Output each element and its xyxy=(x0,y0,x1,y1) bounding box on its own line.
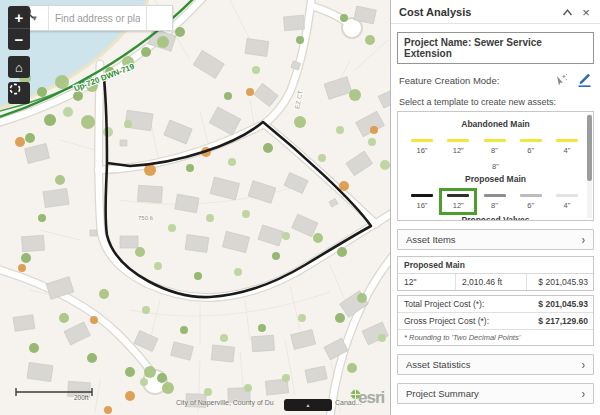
total-cost-row: Total Project Cost (*): $ 201,045.93 xyxy=(398,296,593,313)
zoom-out-button[interactable]: − xyxy=(8,28,30,50)
group-heading-abandoned: Abandoned Main xyxy=(398,119,593,129)
asset-table-row: 12" 2,010.46 ft $ 201,045.93 xyxy=(398,274,593,290)
rounding-footnote: * Rounding to 'Two Decimal Points' xyxy=(398,330,593,345)
chevron-right-icon: › xyxy=(582,358,585,370)
template-item[interactable]: 6" xyxy=(515,136,547,157)
group-heading-proposed: Proposed Main xyxy=(398,174,593,184)
template-item[interactable]: 8" xyxy=(479,136,511,157)
edit-pencil-icon[interactable] xyxy=(576,72,592,88)
template-item[interactable]: 4" xyxy=(551,191,583,212)
attribution-text: City of Naperville, County of Du xyxy=(176,399,274,406)
home-button[interactable]: ⌂ xyxy=(8,56,30,78)
group-heading-valves: Proposed Valves xyxy=(398,215,593,221)
dock-icon[interactable] xyxy=(560,5,574,19)
app-window: Up-720 DWN-719 EZ CT 750 ft 200ft ▾ + − … xyxy=(0,0,600,415)
close-icon[interactable]: × xyxy=(579,5,593,19)
section-asset-items[interactable]: Asset Items › xyxy=(397,229,594,250)
panel-header: Cost Analysis × xyxy=(391,0,600,24)
cost-analysis-panel: Cost Analysis × Project Name: Sewer Serv… xyxy=(390,0,600,415)
feature-creation-mode-label: Feature Creation Mode: xyxy=(399,75,499,86)
totals-table: Total Project Cost (*): $ 201,045.93 Gro… xyxy=(397,295,594,346)
asset-table-group: Proposed Main xyxy=(398,257,593,274)
magic-wand-icon[interactable] xyxy=(552,72,568,88)
template-item[interactable]: 12" xyxy=(442,136,474,157)
panel-body: Project Name: Sewer Service Extension Fe… xyxy=(391,24,600,415)
panel-title: Cost Analysis xyxy=(399,6,471,18)
section-project-summary[interactable]: Project Summary › xyxy=(397,383,594,404)
template-scrollbar-thumb[interactable] xyxy=(587,115,592,181)
template-item-selected[interactable]: 12" xyxy=(442,191,474,212)
template-item[interactable]: 8" xyxy=(480,155,512,171)
template-item[interactable]: 6" xyxy=(515,191,547,212)
zoom-in-button[interactable]: + xyxy=(8,6,30,28)
attribution-expander[interactable]: ▲ xyxy=(284,399,332,411)
gross-cost-row: Gross Project Cost (*): $ 217,129.60 xyxy=(398,313,593,330)
search-input[interactable] xyxy=(49,6,146,30)
template-prompt: Select a template to create new assets: xyxy=(397,97,594,107)
map-container[interactable]: Up-720 DWN-719 EZ CT 750 ft 200ft ▾ + − … xyxy=(0,0,390,415)
chevron-right-icon: › xyxy=(582,387,585,399)
template-item[interactable]: 16" xyxy=(406,136,438,157)
template-item[interactable]: 4" xyxy=(551,136,583,157)
search-box: ▾ xyxy=(20,5,173,31)
template-item[interactable]: 8" xyxy=(479,191,511,212)
locate-icon[interactable] xyxy=(8,82,30,104)
section-asset-statistics[interactable]: Asset Statistics › xyxy=(397,354,594,375)
scale-label: 200ft xyxy=(74,394,89,401)
chevron-right-icon: › xyxy=(582,233,585,245)
template-picker: Abandoned Main 16" 12" 8" xyxy=(397,111,594,221)
project-name: Project Name: Sewer Service Extension xyxy=(397,32,594,64)
template-item[interactable]: 16" xyxy=(406,191,438,212)
map-canvas[interactable]: Up-720 DWN-719 EZ CT 750 ft 200ft xyxy=(0,0,390,415)
esri-logo: esri xyxy=(350,388,384,408)
distance-label: 750 ft xyxy=(138,215,153,221)
asset-table: Proposed Main 12" 2,010.46 ft $ 201,045.… xyxy=(397,256,594,291)
feature-creation-mode-row: Feature Creation Mode: xyxy=(397,72,594,88)
search-icon[interactable] xyxy=(146,6,172,30)
